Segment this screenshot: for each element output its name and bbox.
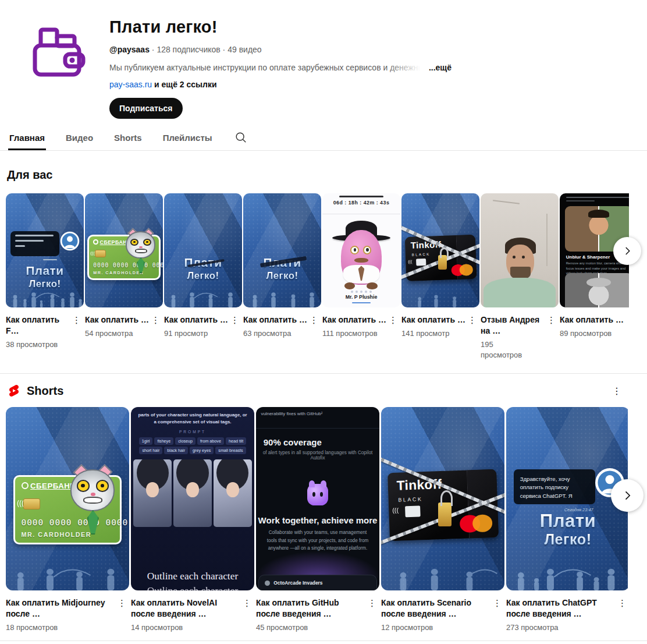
ceiling-line bbox=[493, 200, 519, 204]
purple-glow-art bbox=[256, 541, 379, 578]
video-meta: Как оплатить … 91 просмотр ⋮ bbox=[164, 307, 242, 339]
short-thumbnail[interactable]: Здравствуйте, хочу оплатить подписку сер… bbox=[506, 407, 628, 590]
tab-videos[interactable]: Видео bbox=[63, 127, 95, 150]
card-chip bbox=[23, 498, 40, 509]
prompt-tag: black hair bbox=[164, 447, 188, 454]
video-meta: Отзыв Андрея на … 195 просмотров ⋮ bbox=[481, 307, 559, 360]
novelai-caption-clipped: Outline each character bbox=[131, 585, 254, 590]
short-menu-button[interactable]: ⋮ bbox=[493, 597, 501, 633]
video-menu-button[interactable]: ⋮ bbox=[389, 314, 397, 339]
short-menu-button[interactable]: ⋮ bbox=[368, 597, 376, 633]
chat-timestamp bbox=[43, 259, 57, 260]
cat-tie bbox=[137, 257, 144, 273]
carousel-next-button[interactable] bbox=[613, 237, 641, 265]
video-thumbnail[interactable]: 06d : 18h : 42m : 43s Mr. P Plushie bbox=[322, 193, 400, 307]
video-title[interactable]: Как оплатить … bbox=[85, 314, 149, 325]
video-thumbnail[interactable]: Tinkoff BLACK ))) bbox=[401, 193, 479, 307]
tab-shorts[interactable]: Shorts bbox=[112, 127, 144, 150]
contactless-icon: ))) bbox=[392, 507, 398, 514]
channel-avatar[interactable] bbox=[21, 16, 93, 89]
prompt-tag: fisheye bbox=[154, 437, 173, 445]
crowd-silhouette bbox=[6, 286, 84, 307]
channel-info: Плати легко! @paysaas · 128 подписчиков … bbox=[109, 16, 452, 119]
short-title[interactable]: Как оплатить GitHub после введения … bbox=[256, 597, 364, 620]
short-title[interactable]: Как оплатить Scenario после введения … bbox=[381, 597, 489, 620]
shorts-carousel-next-button[interactable] bbox=[611, 479, 644, 512]
padlock-icon bbox=[438, 503, 452, 526]
video-menu-button[interactable]: ⋮ bbox=[626, 314, 629, 339]
video-title[interactable]: Как оплатить … bbox=[560, 314, 624, 325]
video-meta: Как оплатить … 54 просмотра ⋮ bbox=[85, 307, 163, 339]
more-links-label[interactable]: и ещё 2 ссылки bbox=[154, 80, 216, 89]
shorts-section-title: Shorts bbox=[27, 384, 63, 398]
channel-handle: @paysaas bbox=[109, 45, 150, 54]
description-text: Мы публикуем актуальные инструкции по оп… bbox=[109, 63, 426, 72]
search-icon bbox=[234, 131, 247, 144]
cat-mascot bbox=[67, 463, 118, 536]
for-you-section-title: Для вас bbox=[0, 168, 647, 182]
pagination-dots bbox=[322, 291, 400, 293]
video-title[interactable]: Отзыв Андрея на … bbox=[481, 314, 545, 337]
short-menu-button[interactable]: ⋮ bbox=[118, 597, 126, 633]
tab-home[interactable]: Главная bbox=[7, 127, 47, 150]
short-meta: Как оплатить Midjourney после … 18 просм… bbox=[6, 590, 129, 633]
video-menu-button[interactable]: ⋮ bbox=[468, 314, 476, 339]
video-thumbnail[interactable]: Плати Легко! bbox=[6, 193, 84, 307]
short-views: 45 просмотров bbox=[256, 622, 355, 633]
sber-logo-icon bbox=[22, 482, 29, 490]
video-menu-button[interactable]: ⋮ bbox=[547, 314, 555, 360]
tinkoff-tier: BLACK bbox=[398, 496, 422, 503]
short-title[interactable]: Как оплатить ChatGPT после введения … bbox=[506, 597, 614, 620]
video-meta: Как оплатить … 141 просмотр ⋮ bbox=[401, 307, 479, 339]
cat-eye bbox=[77, 480, 90, 492]
github-footer-bar: OctoArcade Invaders bbox=[258, 575, 377, 590]
short-menu-button[interactable]: ⋮ bbox=[618, 597, 626, 633]
video-thumbnail[interactable]: Плати Легко! bbox=[164, 193, 242, 307]
before-after-photo bbox=[565, 273, 629, 307]
video-title[interactable]: Как оплатить … bbox=[243, 314, 307, 325]
video-menu-button[interactable]: ⋮ bbox=[72, 314, 80, 350]
channel-search-button[interactable] bbox=[234, 131, 247, 146]
video-title[interactable]: Как оплатить … bbox=[401, 314, 465, 325]
brand-text-line1: Плати bbox=[6, 264, 84, 277]
video-thumbnail[interactable]: СБЕРБАНК ))) 0000 0000 0000 0000 MR. CAR… bbox=[85, 193, 163, 307]
video-menu-button[interactable]: ⋮ bbox=[230, 314, 239, 339]
video-views: 38 просмотров bbox=[6, 339, 62, 350]
video-count: 49 видео bbox=[227, 45, 261, 54]
video-thumbnail[interactable] bbox=[481, 193, 559, 307]
short-menu-button[interactable]: ⋮ bbox=[243, 597, 251, 633]
countdown-timer: 06d : 18h : 42m : 43s bbox=[322, 200, 400, 206]
tab-playlists[interactable]: Плейлисты bbox=[161, 127, 215, 150]
short-title[interactable]: Как оплатить NovelAI после введения … bbox=[131, 597, 239, 620]
video-views: 111 просмотров bbox=[322, 328, 378, 339]
invaders-icon bbox=[265, 581, 270, 586]
channel-description[interactable]: Мы публикуем актуальные инструкции по оп… bbox=[109, 63, 452, 72]
short-thumbnail[interactable]: СБЕРБАНК ))) 0000 0000 0000 0000 MR. CAR… bbox=[6, 407, 129, 590]
shorts-section-menu[interactable]: ⋮ bbox=[612, 385, 621, 397]
description-more-link[interactable]: ...ещё bbox=[429, 63, 452, 72]
shorts-carousel: СБЕРБАНК ))) 0000 0000 0000 0000 MR. CAR… bbox=[0, 407, 647, 633]
chevron-right-icon bbox=[622, 246, 632, 256]
cat-grin bbox=[83, 497, 102, 504]
short-thumbnail[interactable]: parts of your character using natural la… bbox=[131, 407, 254, 590]
video-card: Плати Легко! bbox=[6, 193, 84, 360]
channel-link[interactable]: pay-saas.ru bbox=[109, 80, 152, 89]
video-thumbnail[interactable]: Плати Легко! bbox=[243, 193, 321, 307]
card-chip bbox=[405, 506, 421, 518]
short-thumbnail[interactable]: Tinkoff BLACK ))) bbox=[381, 407, 504, 590]
subscribe-button[interactable]: Подписаться bbox=[109, 98, 183, 119]
anime-image bbox=[173, 459, 212, 528]
short-meta: Как оплатить ChatGPT после введения … 27… bbox=[506, 590, 628, 633]
video-title[interactable]: Как оплатить … bbox=[164, 314, 228, 325]
man-eye bbox=[513, 256, 516, 259]
video-title[interactable]: Как оплатить … bbox=[322, 314, 386, 325]
video-menu-button[interactable]: ⋮ bbox=[310, 314, 318, 339]
plushie-foot bbox=[367, 282, 378, 289]
chat-message: Здравствуйте, хочу оплатить подписку сер… bbox=[514, 469, 595, 506]
short-thumbnail[interactable]: vulnerability fixes with GitHub² 90% cov… bbox=[256, 407, 379, 590]
short-views: 14 просмотров bbox=[131, 622, 230, 633]
crowd-silhouette bbox=[401, 290, 479, 307]
video-title[interactable]: Как оплатить F… bbox=[6, 314, 70, 337]
video-menu-button[interactable]: ⋮ bbox=[151, 314, 159, 339]
short-title[interactable]: Как оплатить Midjourney после … bbox=[6, 597, 114, 620]
